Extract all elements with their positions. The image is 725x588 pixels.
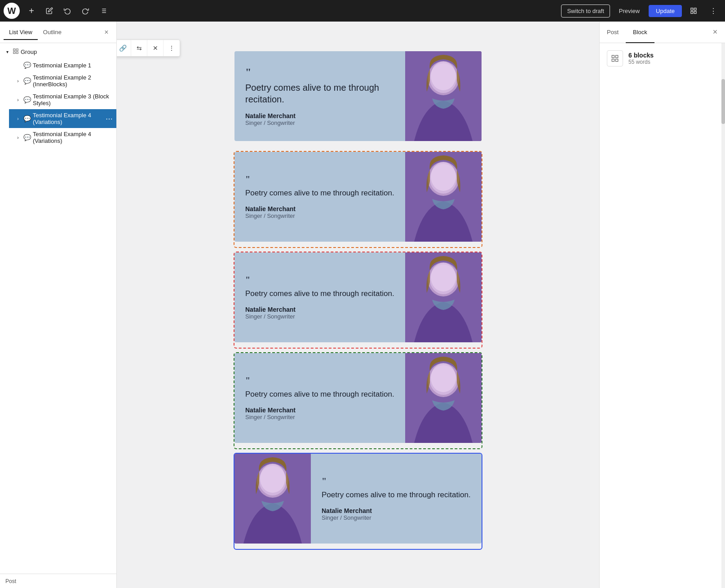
- list-view-button[interactable]: [95, 3, 111, 19]
- toolbar-left: W +: [4, 3, 111, 19]
- update-button[interactable]: Update: [649, 5, 682, 17]
- card-wrapper-4: " Poetry comes alive to me through recit…: [234, 353, 482, 448]
- testimonial-1-label: Testimonial Example 1: [33, 62, 113, 69]
- author-title-4: Singer / Songwriter: [245, 414, 394, 420]
- undo-button[interactable]: [59, 3, 75, 19]
- chevron-right-icon-2: ›: [14, 79, 22, 84]
- right-panel-tabs: Post Block ×: [600, 22, 725, 43]
- block-icon: [607, 50, 623, 66]
- quote-mark-2: ": [245, 174, 394, 185]
- quote-text-2: Poetry comes alive to me through recitat…: [245, 188, 394, 198]
- settings-toggle-button[interactable]: [685, 3, 702, 19]
- tree-item-testimonial-2[interactable]: › 💬 Testimonial Example 2 (InnerBlocks): [9, 71, 116, 90]
- left-panel-tabs: List View Outline ×: [0, 22, 116, 43]
- group-label: Group: [21, 49, 104, 55]
- block-align-button[interactable]: ✕: [147, 40, 164, 56]
- right-panel-close-button[interactable]: ×: [707, 24, 723, 40]
- group-icon: [13, 48, 19, 56]
- block-link-button[interactable]: 🔗: [117, 40, 131, 56]
- canvas-area[interactable]: ⊞ 🔗 ⇆ ✕ ⋮ " Poetry comes alive to me thr…: [117, 22, 599, 588]
- svg-rect-6: [691, 8, 693, 10]
- quote-mark-5: ": [322, 476, 471, 486]
- left-panel: List View Outline × ▾ Group ⋯ 💬 Testim: [0, 22, 117, 588]
- quote-text-3: Poetry comes alive to me through recitat…: [245, 289, 394, 299]
- redo-button[interactable]: [77, 3, 93, 19]
- quote-mark-3: ": [245, 275, 394, 285]
- quote-text-5: Poetry comes alive to me through recitat…: [322, 490, 471, 500]
- svg-point-21: [431, 162, 456, 191]
- chevron-right-icon-5: ›: [14, 135, 22, 140]
- svg-point-25: [431, 263, 456, 292]
- author-name-2: Natalie Merchant: [245, 205, 394, 212]
- card-content-4: " Poetry comes alive to me through recit…: [234, 353, 405, 443]
- card-image-5: [234, 454, 311, 544]
- tree-item-group[interactable]: ▾ Group ⋯: [0, 45, 116, 59]
- card-wrapper-1: " Poetry comes alive to me through recit…: [234, 51, 482, 146]
- testimonial-card-4[interactable]: " Poetry comes alive to me through recit…: [234, 353, 482, 443]
- testimonial-icon-2: 💬: [23, 77, 31, 84]
- card-image-2: [405, 152, 482, 242]
- testimonial-card-3[interactable]: " Poetry comes alive to me through recit…: [234, 252, 482, 342]
- svg-point-33: [260, 464, 285, 493]
- author-title-5: Singer / Songwriter: [322, 514, 471, 521]
- right-panel-content: 6 blocks 55 words: [600, 43, 725, 74]
- author-title-2: Singer / Songwriter: [245, 212, 394, 219]
- quote-mark-4: ": [245, 376, 394, 386]
- svg-rect-11: [16, 49, 18, 51]
- edit-button[interactable]: [41, 3, 57, 19]
- svg-rect-9: [691, 11, 693, 13]
- testimonial-icon-1: 💬: [23, 62, 31, 69]
- block-info: 6 blocks 55 words: [607, 50, 718, 66]
- tree-item-testimonial-3[interactable]: › 💬 Testimonial Example 3 (Block Styles): [9, 90, 116, 109]
- card-image-1: [405, 51, 482, 141]
- left-panel-close-button[interactable]: ×: [100, 26, 113, 39]
- testimonial-2-label: Testimonial Example 2 (InnerBlocks): [33, 74, 113, 88]
- testimonial-icon-3: 💬: [23, 96, 31, 103]
- add-block-button[interactable]: +: [23, 3, 40, 19]
- tab-post[interactable]: Post: [600, 22, 626, 43]
- main-layout: List View Outline × ▾ Group ⋯ 💬 Testim: [0, 22, 725, 588]
- scrollbar-thumb[interactable]: [721, 79, 725, 124]
- tab-outline[interactable]: Outline: [38, 25, 67, 40]
- testimonial-card-5[interactable]: " Poetry comes alive to me through recit…: [234, 454, 482, 544]
- quote-text-4: Poetry comes alive to me through recitat…: [245, 389, 394, 399]
- chevron-right-icon-4: ›: [14, 116, 22, 121]
- author-title-3: Singer / Songwriter: [245, 313, 394, 320]
- card-content-2: " Poetry comes alive to me through recit…: [234, 152, 405, 242]
- svg-rect-13: [13, 52, 15, 53]
- author-name-3: Natalie Merchant: [245, 306, 394, 313]
- svg-rect-8: [694, 11, 696, 13]
- block-toolbar: ⊞ 🔗 ⇆ ✕ ⋮: [117, 40, 180, 57]
- more-options-button[interactable]: ⋮: [705, 3, 721, 19]
- quote-mark-1: ": [245, 66, 394, 78]
- chevron-down-icon: ▾: [4, 49, 11, 54]
- card-wrapper-2: " Poetry comes alive to me through recit…: [234, 152, 482, 247]
- author-title-1: Singer / Songwriter: [245, 119, 394, 126]
- card-image-3: [405, 252, 482, 342]
- tab-list-view[interactable]: List View: [4, 25, 38, 40]
- svg-rect-37: [612, 59, 614, 62]
- card-content-1: " Poetry comes alive to me through recit…: [234, 51, 405, 141]
- toolbar-right: Switch to draft Preview Update ⋮: [561, 3, 721, 19]
- tree-item-testimonial-1[interactable]: 💬 Testimonial Example 1: [9, 59, 116, 71]
- block-more-button[interactable]: ⋮: [164, 40, 180, 56]
- testimonial-icon-4: 💬: [23, 115, 31, 122]
- svg-rect-36: [616, 59, 618, 62]
- quote-text-1: Poetry comes alive to me through recitat…: [245, 82, 394, 105]
- preview-button[interactable]: Preview: [614, 5, 645, 17]
- card-wrapper-5: " Poetry comes alive to me through recit…: [234, 454, 482, 549]
- post-label: Post: [5, 578, 16, 584]
- wordpress-logo[interactable]: W: [4, 3, 20, 19]
- block-swap-button[interactable]: ⇆: [131, 40, 147, 56]
- author-name-1: Natalie Merchant: [245, 112, 394, 119]
- card-content-3: " Poetry comes alive to me through recit…: [234, 252, 405, 342]
- tab-block[interactable]: Block: [626, 22, 654, 43]
- tree-item-testimonial-4[interactable]: › 💬 Testimonial Example 4 (Variations) ⋯: [9, 109, 116, 128]
- scrollbar-track[interactable]: [721, 43, 725, 588]
- switch-to-draft-button[interactable]: Switch to draft: [561, 4, 610, 18]
- testimonial-card-1[interactable]: " Poetry comes alive to me through recit…: [234, 51, 482, 141]
- tree-item-4-more-icon[interactable]: ⋯: [106, 115, 113, 123]
- tree-item-testimonial-5[interactable]: › 💬 Testimonial Example 4 (Variations): [9, 128, 116, 147]
- svg-point-29: [431, 363, 456, 392]
- testimonial-card-2[interactable]: " Poetry comes alive to me through recit…: [234, 152, 482, 242]
